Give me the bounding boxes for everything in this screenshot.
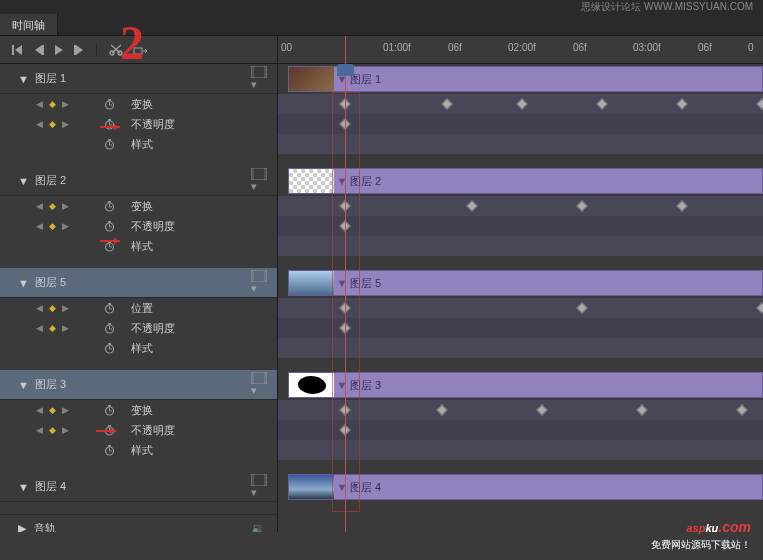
stopwatch-icon[interactable] — [104, 99, 115, 110]
layer-row-l5[interactable]: ▼图层 5 ▾ — [0, 268, 277, 298]
kf-next-icon[interactable]: ▶ — [62, 303, 69, 313]
kf-next-icon[interactable]: ▶ — [62, 99, 69, 109]
kf-prev-icon[interactable]: ◀ — [36, 323, 43, 333]
clip-l4[interactable]: ▼图层 4 — [288, 474, 763, 500]
clip-disclose-icon[interactable]: ▼ — [336, 277, 348, 289]
kf-next-icon[interactable]: ▶ — [62, 221, 69, 231]
kf-next-icon[interactable]: ▶ — [62, 323, 69, 333]
keyframe-icon[interactable] — [676, 200, 687, 211]
keyframe-icon[interactable] — [536, 404, 547, 415]
keyframe-icon[interactable] — [516, 98, 527, 109]
speaker-icon[interactable]: 🔉 — [251, 522, 265, 532]
prop-track-不透明度[interactable] — [278, 216, 763, 236]
keyframe-icon[interactable] — [596, 98, 607, 109]
keyframe-toggle-icon[interactable]: ◆ — [49, 221, 56, 231]
clip-l2[interactable]: ▼图层 2 — [288, 168, 763, 194]
chevron-down-icon[interactable]: ▼ — [18, 277, 29, 289]
stopwatch-icon[interactable] — [104, 323, 115, 334]
keyframe-toggle-icon[interactable]: ◆ — [49, 405, 56, 415]
layer-row-l4[interactable]: ▼图层 4 ▾ — [0, 472, 277, 502]
stopwatch-icon[interactable] — [104, 405, 115, 416]
keyframe-icon[interactable] — [436, 404, 447, 415]
layer-row-l2[interactable]: ▼图层 2 ▾ — [0, 166, 277, 196]
keyframe-toggle-icon[interactable]: ◆ — [49, 303, 56, 313]
layer-menu-icon[interactable]: ▾ — [251, 474, 267, 499]
keyframe-icon[interactable] — [756, 98, 763, 109]
keyframe-icon[interactable] — [756, 302, 763, 313]
kf-prev-icon[interactable]: ◀ — [36, 303, 43, 313]
chevron-down-icon[interactable]: ▼ — [18, 73, 29, 85]
layer-row-l1[interactable]: ▼图层 1 ▾ — [0, 64, 277, 94]
stopwatch-icon[interactable] — [104, 241, 115, 252]
chevron-right-icon[interactable]: ▶ — [18, 522, 26, 532]
stopwatch-icon[interactable] — [104, 119, 115, 130]
next-frame-icon[interactable] — [74, 45, 84, 55]
prop-track-样式[interactable] — [278, 338, 763, 358]
kf-next-icon[interactable]: ▶ — [62, 425, 69, 435]
keyframe-toggle-icon[interactable]: ◆ — [49, 201, 56, 211]
clip-disclose-icon[interactable]: ▼ — [336, 379, 348, 391]
keyframe-icon[interactable] — [576, 302, 587, 313]
chevron-down-icon[interactable]: ▼ — [18, 379, 29, 391]
keyframe-icon[interactable] — [636, 404, 647, 415]
playhead-handle-icon[interactable] — [337, 64, 354, 76]
convert-icon[interactable] — [133, 44, 147, 56]
layer-row-l3[interactable]: ▼图层 3 ▾ — [0, 370, 277, 400]
stopwatch-icon[interactable] — [104, 425, 115, 436]
prop-track-样式[interactable] — [278, 236, 763, 256]
prev-frame-icon[interactable] — [34, 45, 44, 55]
prop-track-不透明度[interactable] — [278, 420, 763, 440]
clip-disclose-icon[interactable]: ▼ — [336, 481, 348, 493]
kf-prev-icon[interactable]: ◀ — [36, 405, 43, 415]
stopwatch-icon[interactable] — [104, 139, 115, 150]
chevron-down-icon[interactable]: ▼ — [18, 481, 29, 493]
layer-menu-icon[interactable]: ▾ — [251, 270, 267, 295]
play-icon[interactable] — [54, 45, 64, 55]
first-frame-icon[interactable] — [12, 45, 24, 55]
keyframe-toggle-icon[interactable]: ◆ — [49, 425, 56, 435]
keyframe-toggle-icon[interactable]: ◆ — [49, 99, 56, 109]
stopwatch-icon[interactable] — [104, 445, 115, 456]
prop-track-变换[interactable] — [278, 400, 763, 420]
keyframe-icon[interactable] — [441, 98, 452, 109]
kf-next-icon[interactable]: ▶ — [62, 119, 69, 129]
keyframe-icon[interactable] — [676, 98, 687, 109]
time-ruler[interactable]: 0001:00f06f02:00f06f03:00f06f0 — [278, 36, 763, 64]
kf-prev-icon[interactable]: ◀ — [36, 201, 43, 211]
prop-track-不透明度[interactable] — [278, 318, 763, 338]
layer-menu-icon[interactable]: ▾ — [251, 168, 267, 193]
scissors-icon[interactable] — [109, 44, 123, 56]
kf-prev-icon[interactable]: ◀ — [36, 425, 43, 435]
kf-next-icon[interactable]: ▶ — [62, 201, 69, 211]
stopwatch-icon[interactable] — [104, 201, 115, 212]
layer-menu-icon[interactable]: ▾ — [251, 66, 267, 91]
keyframe-icon[interactable] — [576, 200, 587, 211]
prop-track-变换[interactable] — [278, 196, 763, 216]
prop-track-位置[interactable] — [278, 298, 763, 318]
kf-prev-icon[interactable]: ◀ — [36, 119, 43, 129]
stopwatch-icon[interactable] — [104, 303, 115, 314]
keyframe-toggle-icon[interactable]: ◆ — [49, 119, 56, 129]
ruler-tick: 06f — [448, 42, 462, 53]
audio-track-row[interactable]: ▶ 音轨 🔉 — [0, 514, 277, 532]
stopwatch-icon[interactable] — [104, 343, 115, 354]
stopwatch-icon[interactable] — [104, 221, 115, 232]
clip-l3[interactable]: ▼图层 3 — [288, 372, 763, 398]
chevron-down-icon[interactable]: ▼ — [18, 175, 29, 187]
kf-next-icon[interactable]: ▶ — [62, 405, 69, 415]
prop-track-样式[interactable] — [278, 440, 763, 460]
prop-track-不透明度[interactable] — [278, 114, 763, 134]
keyframe-icon[interactable] — [466, 200, 477, 211]
keyframe-toggle-icon[interactable]: ◆ — [49, 323, 56, 333]
keyframe-icon[interactable] — [736, 404, 747, 415]
tab-timeline[interactable]: 时间轴 — [0, 14, 58, 35]
clip-l5[interactable]: ▼图层 5 — [288, 270, 763, 296]
layer-menu-icon[interactable]: ▾ — [251, 372, 267, 397]
kf-prev-icon[interactable]: ◀ — [36, 221, 43, 231]
prop-track-样式[interactable] — [278, 134, 763, 154]
clip-l1[interactable]: ▼图层 1 — [288, 66, 763, 92]
playhead[interactable] — [345, 36, 346, 532]
prop-track-变换[interactable] — [278, 94, 763, 114]
kf-prev-icon[interactable]: ◀ — [36, 99, 43, 109]
clip-disclose-icon[interactable]: ▼ — [336, 175, 348, 187]
